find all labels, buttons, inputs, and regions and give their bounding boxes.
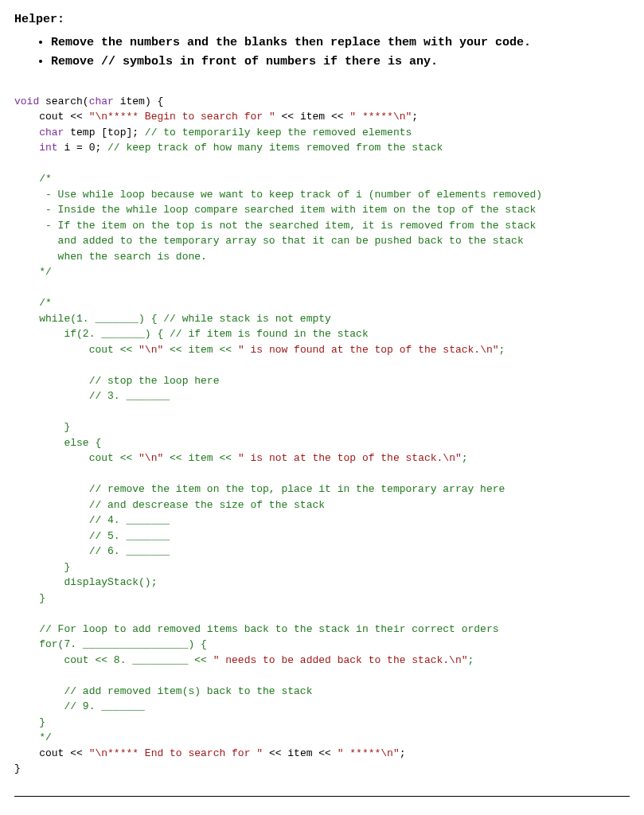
display-call: displayStack();	[39, 576, 157, 588]
param-item: item	[120, 96, 145, 107]
l1-cout: cout <<	[39, 111, 88, 123]
add-cmt: // add removed item(s) back to the stack	[39, 685, 312, 697]
nfound-s1: "\n"	[139, 452, 163, 464]
end-pre: cout <<	[39, 747, 88, 759]
for-cmt: // For loop to add removed items back to…	[39, 623, 498, 635]
blank-5: // 5. _______	[39, 530, 170, 542]
block2-close: */	[39, 731, 52, 743]
close-else: }	[39, 561, 70, 573]
end-s1: "\n***** End to search for "	[89, 747, 263, 759]
back-end: ;	[468, 654, 474, 666]
for-line: for(7. _________________) {	[39, 638, 207, 650]
l1-mid: << item <<	[275, 111, 350, 123]
kw-int: int	[39, 142, 57, 154]
block1-close: */	[39, 266, 52, 278]
nfound-s2: " is not at the top of the stack.\n"	[238, 452, 462, 464]
block1-d: and added to the temporary array so that…	[39, 235, 524, 247]
back-pre: cout << 8. _________ <<	[39, 654, 213, 666]
block1-open: /*	[39, 173, 52, 185]
helper-list: Remove the numbers and the blanks then r…	[37, 34, 630, 72]
rem-cmt1: // remove the item on the top, place it …	[39, 483, 505, 495]
blank-4: // 4. _______	[39, 514, 170, 526]
l1-end: ;	[412, 111, 418, 123]
block1-b: - Inside the while loop compare searched…	[39, 204, 536, 216]
l2-cmt: // to temporarily keep the removed eleme…	[145, 127, 412, 138]
end-mid: << item <<	[263, 747, 338, 759]
l3-rest: i = 0;	[58, 142, 107, 154]
block1-c: - If the item on the top is not the sear…	[39, 220, 536, 232]
end-s2: " *****\n"	[338, 747, 400, 759]
else-line: else {	[39, 437, 101, 449]
close-for: }	[39, 716, 45, 728]
l2-rest: temp [top];	[64, 127, 144, 138]
helper-bullet-1: Remove the numbers and the blanks then r…	[51, 34, 630, 53]
helper-bullet-2: Remove // symbols in front of numbers if…	[51, 53, 630, 72]
block1-a: - Use while loop because we want to keep…	[39, 189, 542, 201]
bottom-divider	[14, 796, 630, 797]
fn-search: search	[45, 96, 83, 107]
l3-cmt: // keep track of how many items removed …	[107, 142, 443, 154]
close-while: }	[39, 592, 45, 604]
if-line: if(2. _______) { // if item is found in …	[39, 328, 368, 340]
close-if: }	[39, 421, 70, 433]
blank-6: // 6. _______	[39, 545, 170, 557]
l1-str1: "\n***** Begin to search for "	[89, 111, 275, 123]
blank-9: // 9. _______	[39, 700, 145, 712]
blank-3: // 3. _______	[39, 390, 170, 402]
stop-cmt: // stop the loop here	[39, 375, 219, 387]
found-pre: cout <<	[39, 344, 139, 356]
block2-open: /*	[39, 297, 52, 309]
code-block: void search(char item) { cout << "\n****…	[14, 94, 630, 777]
kw-char: char	[89, 96, 114, 107]
l1-str2: " *****\n"	[349, 111, 412, 123]
found-s2: " is now found at the top of the stack.\…	[238, 344, 499, 356]
while-line: while(1. _______) { // while stack is no…	[39, 313, 331, 325]
helper-title: Helper:	[14, 11, 630, 29]
found-mid: << item <<	[163, 344, 238, 356]
rem-cmt2: // and descrease the size of the stack	[39, 499, 325, 511]
kw-void: void	[14, 96, 39, 107]
found-s1: "\n"	[139, 344, 163, 356]
found-end: ;	[499, 344, 505, 356]
nfound-end: ;	[462, 452, 468, 464]
end-end: ;	[400, 747, 406, 759]
nfound-mid: << item <<	[163, 452, 238, 464]
back-str: " needs to be added back to the stack.\n…	[213, 654, 468, 666]
block1-e: when the search is done.	[39, 251, 207, 263]
nfound-pre: cout <<	[39, 452, 139, 464]
kw-char2: char	[39, 127, 64, 138]
